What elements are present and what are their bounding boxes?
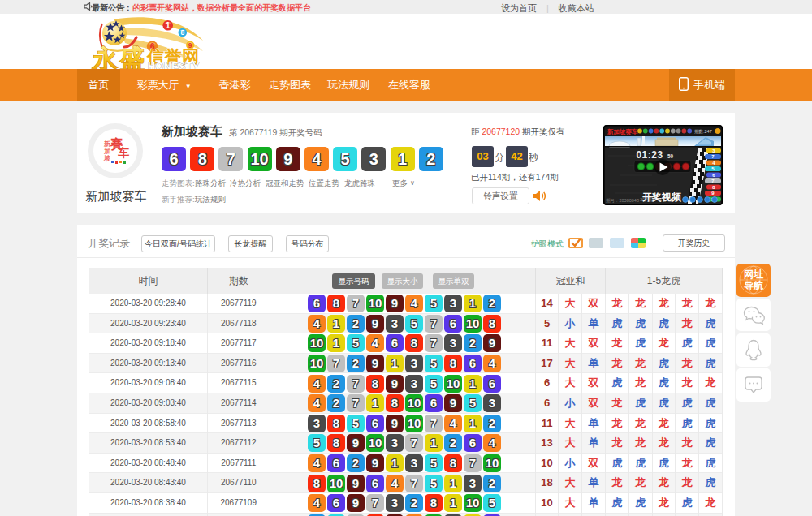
svg-text:期数:247: 期数:247 <box>694 129 712 134</box>
svg-text:网址: 网址 <box>744 269 764 280</box>
svg-text:50: 50 <box>667 153 674 159</box>
svg-text:期号：20380048: 期号：20380048 <box>606 198 639 203</box>
svg-text:导航: 导航 <box>744 280 763 291</box>
svg-text:8: 8 <box>180 28 184 37</box>
svg-text:新加坡赛车: 新加坡赛车 <box>607 128 638 135</box>
svg-text:01:23: 01:23 <box>636 149 663 161</box>
svg-text:开奖视频: 开奖视频 <box>641 191 682 203</box>
svg-text:1: 1 <box>166 21 171 30</box>
